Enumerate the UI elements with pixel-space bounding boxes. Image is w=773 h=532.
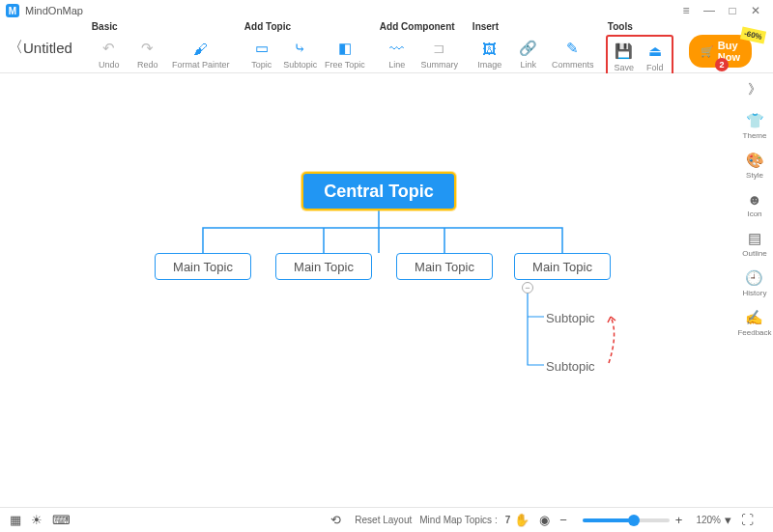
fold-icon: ⏏ <box>648 42 662 61</box>
theme-icon: 👕 <box>746 112 764 129</box>
main-topic-node[interactable]: Main Topic <box>396 253 493 280</box>
subtopic-icon: ⤷ <box>294 39 306 58</box>
save-icon: 💾 <box>615 42 633 61</box>
main-topic-node[interactable]: Main Topic <box>514 253 611 280</box>
summary-icon: ⊐ <box>433 39 445 58</box>
image-button[interactable]: 🖼Image <box>471 35 509 73</box>
connector-lines <box>0 73 736 507</box>
topic-button[interactable]: ▭Topic <box>243 35 281 73</box>
group-insert-label: Insert <box>471 21 598 35</box>
feedback-icon: ✍ <box>745 309 763 326</box>
document-title[interactable]: Untitled <box>23 21 72 73</box>
redo-button[interactable]: ↷Redo <box>129 35 167 73</box>
link-button[interactable]: 🔗Link <box>509 35 548 73</box>
line-button[interactable]: 〰Line <box>378 35 416 73</box>
zoom-dropdown-icon[interactable]: ▾ <box>725 513 731 527</box>
outline-panel-button[interactable]: ▤Outline <box>742 230 766 258</box>
window-maximize-button[interactable]: □ <box>721 4 744 17</box>
collapse-panel-button[interactable]: 》 <box>748 81 761 98</box>
discount-badge: -60% <box>740 27 766 44</box>
save-button[interactable]: 💾Save <box>609 38 640 76</box>
subtopic-node[interactable]: Subtopic <box>546 359 595 374</box>
subtopic-button[interactable]: ⤷Subtopic <box>281 35 320 73</box>
line-icon: 〰 <box>389 39 404 58</box>
mindmap-canvas[interactable]: Central Topic Main Topic Main Topic Main… <box>0 73 736 507</box>
back-button[interactable]: 〈 <box>8 21 23 73</box>
window-close-button[interactable]: ✕ <box>744 4 767 17</box>
fullscreen-icon[interactable]: ⛶ <box>741 513 754 527</box>
presentation-icon[interactable]: ▦ <box>10 513 21 527</box>
app-name: MindOnMap <box>25 5 83 16</box>
zoom-in-button[interactable]: + <box>675 513 683 527</box>
window-minimize-button[interactable]: — <box>698 4 721 17</box>
undo-icon: ↶ <box>102 39 115 58</box>
format-painter-button[interactable]: 🖌Format Painter <box>167 35 235 73</box>
central-topic-node[interactable]: Central Topic <box>301 172 456 210</box>
theme-panel-button[interactable]: 👕Theme <box>743 112 767 140</box>
style-panel-button[interactable]: 🎨Style <box>746 152 764 180</box>
format-painter-icon: 🖌 <box>193 39 208 58</box>
zoom-slider[interactable] <box>583 518 670 522</box>
feedback-panel-button[interactable]: ✍Feedback <box>737 309 771 337</box>
zoom-value: 120% <box>696 515 721 525</box>
reset-layout-label[interactable]: Reset Layout <box>355 515 412 525</box>
keyboard-icon[interactable]: ⌨ <box>52 513 71 527</box>
comments-button[interactable]: ✎Comments <box>548 35 598 73</box>
link-icon: 🔗 <box>519 39 537 58</box>
outline-icon: ▤ <box>748 230 761 247</box>
comments-icon: ✎ <box>566 39 579 58</box>
group-tools-label: Tools <box>606 21 673 35</box>
history-icon: 🕘 <box>745 269 763 287</box>
annotation-2: 2 <box>715 58 729 71</box>
group-addcomponent-label: Add Component <box>378 21 463 35</box>
image-icon: 🖼 <box>482 39 497 58</box>
freetopic-button[interactable]: ◧Free Topic <box>320 35 370 73</box>
group-addtopic-label: Add Topic <box>243 21 370 35</box>
window-menu-button[interactable]: ≡ <box>674 4 698 17</box>
emoji-icon: ☻ <box>747 191 762 208</box>
topic-icon: ▭ <box>255 39 269 58</box>
hand-tool-icon[interactable]: ✋ <box>514 513 530 527</box>
reset-layout-icon[interactable]: ⟲ <box>330 513 341 527</box>
collapse-handle[interactable]: − <box>522 282 533 294</box>
cart-icon: 🛒 <box>701 45 714 58</box>
right-panel: 》 👕Theme 🎨Style ☻Icon ▤Outline 🕘History … <box>736 73 773 349</box>
status-bar: ▦ ☀ ⌨ ⟲ Reset Layout Mind Map Topics : 7… <box>0 507 773 532</box>
topics-count: 7 <box>505 515 511 525</box>
history-panel-button[interactable]: 🕘History <box>743 269 767 297</box>
app-logo: M <box>6 4 19 17</box>
brightness-icon[interactable]: ☀ <box>31 513 43 527</box>
main-topic-node[interactable]: Main Topic <box>275 253 372 280</box>
freetopic-icon: ◧ <box>338 39 352 58</box>
view-icon[interactable]: ◉ <box>539 513 550 527</box>
style-icon: 🎨 <box>746 152 764 169</box>
main-topic-node[interactable]: Main Topic <box>155 253 251 280</box>
icon-panel-button[interactable]: ☻Icon <box>747 191 762 218</box>
subtopic-node[interactable]: Subtopic <box>546 311 595 325</box>
summary-button[interactable]: ⊐Summary <box>416 35 463 73</box>
undo-button[interactable]: ↶Undo <box>90 35 129 73</box>
group-basic-label: Basic <box>90 21 235 35</box>
zoom-out-button[interactable]: − <box>559 513 567 527</box>
fold-button[interactable]: ⏏Fold <box>640 38 671 76</box>
topics-label: Mind Map Topics : <box>419 515 497 525</box>
redo-icon: ↷ <box>141 39 154 58</box>
